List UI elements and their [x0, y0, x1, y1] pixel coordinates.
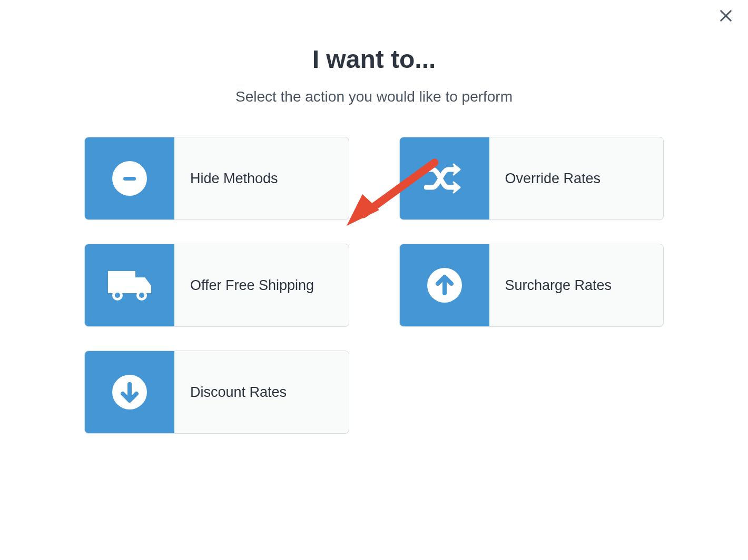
action-surcharge-rates[interactable]: Surcharge Rates	[399, 244, 664, 327]
action-override-rates[interactable]: Override Rates	[399, 137, 664, 220]
svg-point-7	[139, 293, 144, 298]
arrow-up-circle-icon	[400, 244, 489, 326]
page-subtitle: Select the action you would like to perf…	[82, 88, 666, 105]
page-title: I want to...	[82, 45, 666, 74]
action-selector: I want to... Select the action you would…	[82, 45, 666, 434]
svg-point-5	[115, 293, 120, 298]
shuffle-icon	[400, 137, 489, 219]
truck-icon	[85, 244, 174, 326]
svg-rect-3	[123, 177, 136, 181]
action-label: Override Rates	[489, 137, 601, 219]
close-icon	[719, 8, 733, 25]
action-grid: Hide Methods Override Rates	[82, 137, 666, 434]
minus-circle-icon	[85, 137, 174, 219]
action-label: Discount Rates	[174, 351, 287, 433]
action-label: Offer Free Shipping	[174, 244, 314, 326]
action-discount-rates[interactable]: Discount Rates	[84, 351, 349, 434]
close-button[interactable]	[714, 5, 737, 28]
action-label: Hide Methods	[174, 137, 278, 219]
action-offer-free-shipping[interactable]: Offer Free Shipping	[84, 244, 349, 327]
arrow-down-circle-icon	[85, 351, 174, 433]
action-hide-methods[interactable]: Hide Methods	[84, 137, 349, 220]
action-label: Surcharge Rates	[489, 244, 612, 326]
